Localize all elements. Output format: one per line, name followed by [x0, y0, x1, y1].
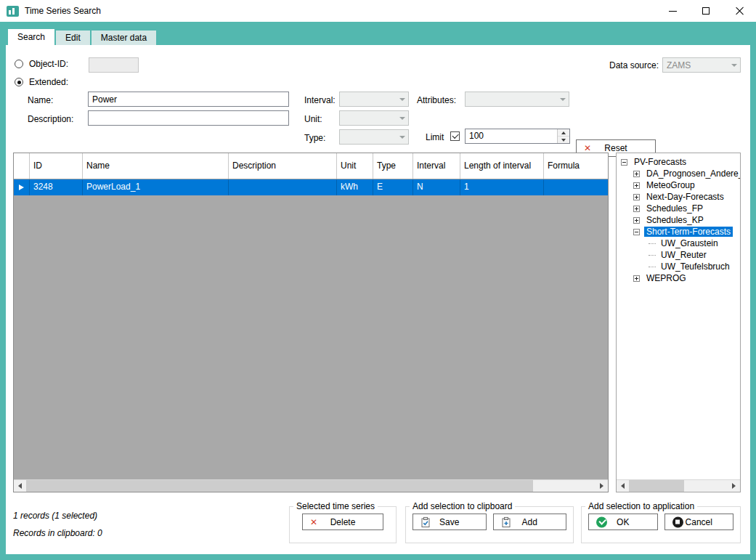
tree-connector: [649, 243, 656, 244]
tree-item-weprog[interactable]: WEPROG: [617, 272, 740, 284]
expand-icon[interactable]: [633, 171, 640, 177]
tree-item-uw-teufelsbruch[interactable]: UW_Teufelsbruch: [617, 261, 740, 272]
save-button[interactable]: Save: [412, 514, 487, 530]
tree-body: PV-Forecasts DA_Prognosen_Andere_ MeteoG…: [617, 153, 740, 479]
column-header-name[interactable]: Name: [83, 153, 229, 179]
delete-button[interactable]: Delete: [302, 514, 383, 530]
extended-radio[interactable]: Extended:: [15, 77, 68, 87]
scrollbar-thumb[interactable]: [26, 480, 533, 492]
column-header-selector: [14, 153, 30, 179]
chevron-down-icon: [728, 58, 740, 72]
object-id-radio[interactable]: Object-ID:: [15, 59, 68, 69]
scroll-left-icon[interactable]: [617, 480, 629, 492]
search-panel: Object-ID: Data source: ZAMS Extended: N…: [6, 45, 750, 554]
name-label: Name:: [28, 95, 53, 105]
limit-label: Limit: [426, 132, 444, 142]
object-id-input[interactable]: [89, 57, 139, 73]
reset-x-icon: [584, 144, 591, 153]
scroll-left-icon[interactable]: [14, 480, 26, 492]
cell-type: E: [373, 179, 413, 195]
maximize-button[interactable]: [689, 0, 723, 22]
tree-item-pv-forecasts[interactable]: PV-Forecasts: [617, 156, 740, 168]
interval-select[interactable]: [339, 92, 409, 107]
description-input[interactable]: [88, 110, 289, 126]
clipboard-plus-icon: [501, 516, 511, 527]
tab-edit[interactable]: Edit: [56, 31, 90, 45]
maximize-icon: [702, 7, 710, 15]
clipboard-group-label: Add selection to clipboard: [410, 501, 515, 511]
column-header-length-of-interval[interactable]: Length of interval: [460, 153, 544, 179]
collapse-icon[interactable]: [633, 229, 640, 235]
scroll-right-icon[interactable]: [596, 480, 608, 492]
grid-header: ID Name Description Unit Type Interval L…: [14, 153, 608, 179]
expand-icon[interactable]: [633, 182, 640, 189]
column-header-type[interactable]: Type: [373, 153, 413, 179]
extended-label: Extended:: [29, 77, 68, 87]
add-button[interactable]: Add: [493, 514, 567, 530]
time-series-search-window: Time Series Search Search Edit Master da…: [0, 0, 756, 560]
data-source-select[interactable]: ZAMS: [662, 57, 741, 73]
column-header-unit[interactable]: Unit: [337, 153, 373, 179]
tab-master-data[interactable]: Master data: [92, 31, 156, 45]
chevron-down-icon: [396, 130, 408, 144]
interval-label: Interval:: [304, 95, 336, 105]
expand-icon[interactable]: [633, 194, 640, 200]
expand-icon[interactable]: [633, 217, 640, 224]
limit-spinner: [557, 129, 569, 143]
tree-horizontal-scrollbar[interactable]: [617, 479, 740, 492]
tab-search[interactable]: Search: [8, 29, 54, 45]
app-icon: [7, 6, 19, 17]
chevron-down-icon: [396, 111, 408, 125]
clipboard-group: Add selection to clipboard Save Add: [405, 501, 574, 543]
tree-item-schedules-fp[interactable]: Schedules_FP: [617, 203, 740, 214]
chevron-down-icon: [556, 92, 569, 106]
limit-checkbox[interactable]: [450, 131, 460, 141]
close-icon: [735, 7, 744, 15]
cell-unit: kWh: [337, 179, 373, 195]
tree-connector: [649, 267, 656, 267]
scrollbar-track[interactable]: [26, 480, 596, 492]
expand-icon[interactable]: [633, 275, 640, 282]
scrollbar-track[interactable]: [629, 480, 728, 492]
close-button[interactable]: [723, 0, 756, 22]
collapse-icon[interactable]: [621, 159, 627, 166]
grid-empty-area: [14, 195, 608, 479]
tree-item-schedules-kp[interactable]: Schedules_KP: [617, 214, 740, 226]
ok-button[interactable]: OK: [588, 514, 658, 530]
window-controls: [656, 0, 756, 22]
attributes-label: Attributes:: [417, 95, 456, 105]
cancel-button[interactable]: Cancel: [664, 514, 734, 530]
spin-down-button[interactable]: [558, 137, 569, 143]
limit-input[interactable]: 100: [465, 129, 570, 144]
column-header-interval[interactable]: Interval: [413, 153, 460, 179]
cancel-stop-icon: [672, 516, 683, 527]
column-header-description[interactable]: Description: [229, 153, 337, 179]
description-label: Description:: [28, 114, 73, 124]
cell-id: 3248: [30, 179, 83, 195]
expand-icon[interactable]: [633, 206, 640, 212]
tree-item-next-day-forecasts[interactable]: Next-Day-Forecasts: [617, 191, 740, 203]
unit-label: Unit:: [304, 114, 322, 124]
unit-select[interactable]: [339, 110, 409, 126]
delete-x-icon: [310, 518, 317, 527]
tree-item-meteogroup[interactable]: MeteoGroup: [617, 179, 740, 191]
attributes-select[interactable]: [465, 92, 569, 107]
spin-up-button[interactable]: [558, 129, 569, 137]
cell-description: [229, 179, 337, 195]
tree-item-da-prognosen-andere[interactable]: DA_Prognosen_Andere_: [617, 168, 740, 179]
minimize-button[interactable]: [656, 0, 689, 22]
column-header-id[interactable]: ID: [30, 153, 83, 179]
type-label: Type:: [304, 133, 325, 143]
cell-formula: [544, 179, 608, 195]
name-input[interactable]: [88, 92, 289, 107]
tree-item-uw-reuter[interactable]: UW_Reuter: [617, 249, 740, 261]
type-select[interactable]: [339, 129, 409, 145]
grid-horizontal-scrollbar[interactable]: [14, 479, 608, 492]
column-header-formula[interactable]: Formula: [544, 153, 608, 179]
scrollbar-thumb[interactable]: [629, 480, 684, 492]
grid-row-selected[interactable]: 3248 PowerLoad_1 kWh E N 1: [14, 179, 608, 195]
tree-item-uw-graustein[interactable]: UW_Graustein: [617, 238, 740, 249]
tree-item-short-term-forecasts[interactable]: Short-Term-Forecasts: [617, 226, 740, 238]
window-title: Time Series Search: [25, 6, 101, 16]
scroll-right-icon[interactable]: [728, 480, 740, 492]
